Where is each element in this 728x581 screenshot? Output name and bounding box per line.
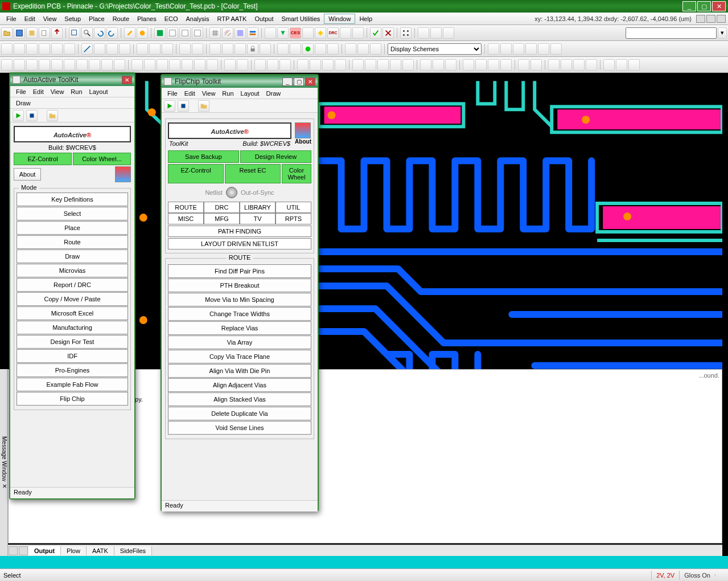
report2-icon[interactable] (430, 27, 442, 39)
tb3-18-icon[interactable] (224, 59, 236, 71)
via-b-icon[interactable] (290, 43, 301, 55)
tb3-5-icon[interactable] (51, 59, 63, 71)
save-icon[interactable] (14, 27, 25, 39)
tb3-26-icon[interactable] (335, 59, 346, 71)
flipchip-window[interactable]: FlipChip Toolkit _ ▢ ✕ File Edit View Ru… (161, 74, 319, 512)
aa-mode-draw[interactable]: Draw (17, 249, 128, 263)
open-icon[interactable] (1, 27, 13, 39)
x-icon[interactable] (382, 27, 394, 39)
menu-place[interactable]: Place (85, 14, 109, 23)
tb2-f-icon[interactable] (64, 43, 75, 55)
route-b-icon[interactable] (94, 43, 105, 55)
tb3-19-icon[interactable] (237, 59, 248, 71)
hatch-icon[interactable] (222, 27, 233, 39)
place-c-icon[interactable] (209, 43, 221, 55)
array-icon[interactable] (400, 27, 412, 39)
aa-mode-dft[interactable]: Design For Test (17, 335, 128, 349)
via-d-icon[interactable] (315, 43, 326, 55)
aa-menu-layout[interactable]: Layout (86, 87, 112, 96)
hatch2-icon[interactable] (235, 27, 246, 39)
tb3-1-icon[interactable] (1, 59, 13, 71)
fc-route-find-diff-pair[interactable]: Find Diff Pair Pins (168, 264, 311, 278)
fc-route-via-array[interactable]: Via Array (168, 335, 311, 349)
drc-icon[interactable]: DRC (327, 27, 339, 39)
tb3-25-icon[interactable] (322, 59, 334, 71)
aa-stop-icon[interactable] (26, 110, 38, 121)
place-b-icon[interactable] (192, 43, 203, 55)
tb3-46-icon[interactable] (616, 59, 627, 71)
check-icon[interactable] (370, 27, 381, 39)
fc-folder-icon[interactable] (198, 100, 209, 112)
tb3-41-icon[interactable] (548, 59, 560, 71)
menu-analysis[interactable]: Analysis (182, 14, 213, 23)
aa-play-icon[interactable] (13, 110, 24, 121)
tb3-35-icon[interactable] (463, 59, 474, 71)
fc-tab-misc[interactable]: MISC (168, 213, 204, 224)
fc-tab-rpts[interactable]: RPTS (275, 213, 311, 224)
scheme-e-icon[interactable] (538, 43, 549, 55)
fc-maximize-button[interactable]: ▢ (294, 77, 304, 86)
fc-tab-drc[interactable]: DRC (204, 202, 240, 213)
aa-menu-draw[interactable]: Draw (13, 99, 34, 108)
route-a-icon[interactable] (81, 43, 93, 55)
menu-route[interactable]: Route (109, 14, 133, 23)
find-icon[interactable] (81, 27, 93, 39)
aa-mode-select[interactable]: Select (17, 207, 128, 220)
tb3-28-icon[interactable] (365, 59, 376, 71)
aa-mode-route[interactable]: Route (17, 235, 128, 249)
route-c-icon[interactable] (106, 43, 118, 55)
command-dropdown-icon[interactable]: ▾ (718, 27, 727, 39)
tb2-a-icon[interactable] (1, 43, 13, 55)
fc-menu-view[interactable]: View (199, 89, 219, 98)
tb2-b-icon[interactable] (14, 43, 25, 55)
fc-close-button[interactable]: ✕ (305, 77, 315, 86)
fc-route-copy-via-trace[interactable]: Copy Via Trace Plane (168, 350, 311, 363)
tb3-47-icon[interactable] (628, 59, 640, 71)
msg-tab-first-icon[interactable] (9, 546, 18, 555)
fc-play-icon[interactable] (164, 100, 175, 112)
msg-tab-output[interactable]: Output (28, 546, 61, 555)
fc-path-finding-button[interactable]: PATH FINDING (168, 226, 311, 237)
mdi-close-button[interactable] (717, 15, 726, 23)
menu-view[interactable]: View (39, 14, 61, 23)
layer4-icon[interactable] (192, 27, 203, 39)
menu-setup[interactable]: Setup (60, 14, 85, 23)
fc-save-backup-button[interactable]: Save Backup (168, 150, 239, 163)
aa-mode-microvias[interactable]: Microvias (17, 264, 128, 277)
mdi-minimize-button[interactable] (696, 15, 705, 23)
tb2-c-icon[interactable] (26, 43, 38, 55)
msg-tab-aatk[interactable]: AATK (87, 546, 114, 555)
tool-b-icon[interactable] (277, 27, 289, 39)
close-button[interactable]: ✕ (712, 1, 726, 11)
aa-color-wheel-button[interactable]: Color Wheel... (73, 153, 131, 165)
fc-about-icon[interactable] (295, 122, 311, 138)
fc-menu-draw[interactable]: Draw (263, 89, 285, 98)
aa-mode-manufacturing[interactable]: Manufacturing (17, 321, 128, 334)
menu-rtp[interactable]: RTP AATK (213, 14, 250, 23)
tb3-37-icon[interactable] (488, 59, 499, 71)
menu-output[interactable]: Output (250, 14, 277, 23)
aa-mode-place[interactable]: Place (17, 221, 128, 235)
msg-tab-plow[interactable]: Plow (61, 546, 87, 555)
tb3-30-icon[interactable] (390, 59, 401, 71)
fc-tab-mfg[interactable]: MFG (204, 213, 240, 224)
menu-help[interactable]: Help (355, 14, 376, 23)
route-d-icon[interactable] (119, 43, 130, 55)
fc-color-wheel-button[interactable]: Color Wheel (282, 164, 311, 183)
net-c-icon[interactable] (370, 43, 381, 55)
fc-tab-route[interactable]: ROUTE (168, 202, 204, 213)
aa-folder-icon[interactable] (47, 110, 58, 121)
fc-minimize-button[interactable]: _ (282, 77, 293, 86)
command-input[interactable] (626, 27, 717, 39)
maximize-button[interactable]: ▢ (697, 1, 711, 11)
place-e-icon[interactable] (235, 43, 246, 55)
tb3-13-icon[interactable] (157, 59, 168, 71)
fc-menu-file[interactable]: File (164, 89, 181, 98)
tb3-3-icon[interactable] (26, 59, 38, 71)
fc-menu-edit[interactable]: Edit (181, 89, 199, 98)
tb2-d-icon[interactable] (39, 43, 50, 55)
fc-route-void-sense[interactable]: Void Sense Lines (168, 421, 311, 435)
tool-e-icon[interactable] (340, 27, 351, 39)
tb3-23-icon[interactable] (297, 59, 309, 71)
aa-mode-pro-engines[interactable]: Pro-Engines (17, 363, 128, 377)
